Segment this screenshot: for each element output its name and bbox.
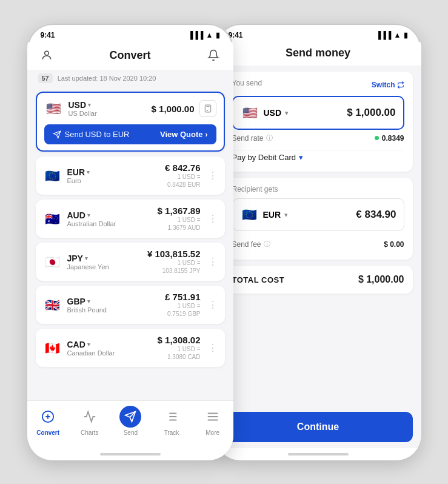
amount-usd: $ 1,000.00 (152, 104, 195, 114)
send-rate-info-icon: ⓘ (266, 133, 273, 143)
convert-header: Convert (27, 42, 233, 70)
code-aud: AUD ▾ (67, 210, 116, 220)
rate-aud: 1 USD =1.3679 AUD (158, 216, 201, 232)
nav-track[interactable]: Track (161, 406, 182, 436)
nav-track-label: Track (164, 429, 179, 436)
pay-method-row[interactable]: Pay by Debit Card ▾ (232, 150, 404, 164)
code-eur: EUR ▾ (67, 167, 90, 177)
scene: 9:41 ▐▐▐ ▲ ▮ Convert (0, 0, 448, 484)
more-dots-eur[interactable]: ⋮ (206, 170, 218, 181)
wifi-icon: ▲ (206, 31, 213, 39)
time-left: 9:41 (41, 31, 55, 39)
total-cost-label: TOTAL COST (232, 275, 285, 284)
rate-gbp: 1 USD =0.7519 GBP (165, 302, 200, 318)
calculator-icon[interactable] (199, 100, 216, 117)
send-fee-info-icon: ⓘ (264, 240, 270, 249)
send-screen: Send money You send Switch (215, 42, 421, 460)
send-header: Send money (215, 42, 421, 66)
flag-aud: 🇦🇺 (43, 209, 62, 229)
amount-gbp: £ 751.91 (165, 292, 200, 302)
convert-screen: Convert 57 Last updated: 18 Nov 2020 10:… (27, 42, 233, 460)
recipient-amount: € 834.90 (356, 209, 396, 221)
you-send-label: You send (232, 79, 262, 87)
send-currency-code: USD (264, 108, 282, 118)
code-usd: USD ▾ (69, 100, 97, 110)
recipient-label: Recipient gets (232, 185, 404, 193)
signal-icon-right: ▐▐▐ (376, 31, 392, 39)
send-quote-button[interactable]: Send USD to EUR View Quote › (44, 124, 216, 144)
switch-button[interactable]: Switch (372, 81, 404, 89)
send-label: Send USD to EUR (65, 130, 130, 139)
signal-icons-right: ▐▐▐ ▲ ▮ (376, 31, 407, 39)
amount-aud: $ 1,367.89 (158, 206, 201, 216)
continue-button[interactable]: Continue (224, 412, 413, 442)
rate-indicator-dot (375, 136, 379, 140)
recipient-input-row[interactable]: 🇪🇺 EUR ▾ € 834.90 (232, 198, 404, 231)
nav-charts[interactable]: Charts (79, 406, 101, 436)
more-dots-cad[interactable]: ⋮ (206, 342, 218, 354)
home-indicator-left (27, 448, 233, 460)
nav-send-label: Send (124, 429, 138, 436)
bell-icon-btn[interactable] (205, 47, 222, 64)
nav-send[interactable]: Send (119, 406, 141, 436)
nav-convert[interactable]: Convert (36, 406, 59, 436)
pay-method-caret: ▾ (299, 153, 303, 162)
name-eur: Euro (67, 177, 90, 184)
convert-page-title: Convert (109, 49, 150, 62)
nav-more-label: More (206, 429, 219, 436)
flag-eur: 🇪🇺 (43, 166, 62, 186)
rate-cad: 1 USD =1.3080 CAD (158, 345, 201, 361)
send-rate-value: 0.8349 (382, 134, 404, 143)
send-fee-label: Send fee (232, 240, 261, 249)
battery-icon-right: ▮ (404, 31, 408, 39)
more-dots-gbp[interactable]: ⋮ (206, 299, 218, 311)
code-gbp: GBP ▾ (67, 297, 107, 306)
nav-more[interactable]: More (202, 406, 224, 436)
more-dots-aud[interactable]: ⋮ (206, 213, 218, 224)
flag-jpy: 🇯🇵 (43, 252, 62, 272)
wifi-icon-right: ▲ (394, 31, 401, 39)
user-icon-btn[interactable] (38, 47, 55, 64)
status-bar-left: 9:41 ▐▐▐ ▲ ▮ (27, 24, 233, 42)
nav-charts-label: Charts (81, 429, 98, 436)
flag-gbp: 🇬🇧 (43, 295, 62, 315)
recipient-currency-selector[interactable]: 🇪🇺 EUR ▾ (240, 205, 289, 224)
home-indicator-right (215, 448, 421, 460)
you-send-input-row[interactable]: 🇺🇸 USD ▾ $ 1,000.00 (232, 96, 404, 130)
currency-card-usd[interactable]: 🇺🇸 USD ▾ US Dollar $ 1,000.00 (36, 92, 225, 152)
amount-eur: € 842.76 (165, 163, 200, 173)
currency-card-cad[interactable]: 🇨🇦 CAD ▾ Canadian Dollar (36, 329, 225, 367)
battery-icon: ▮ (216, 31, 220, 39)
signal-icon: ▐▐▐ (188, 31, 204, 39)
send-currency-selector[interactable]: 🇺🇸 USD ▾ (241, 103, 289, 123)
send-amount: $ 1,000.00 (347, 107, 395, 119)
amount-jpy: ¥ 103,815.52 (147, 249, 201, 259)
you-send-section: You send Switch 🇺🇸 USD ▾ (224, 72, 413, 172)
currency-card-eur[interactable]: 🇪🇺 EUR ▾ Euro € 842.76 (36, 156, 225, 195)
flag-cad: 🇨🇦 (43, 338, 62, 358)
recipient-currency-code: EUR (263, 210, 281, 220)
recipient-flag: 🇪🇺 (240, 205, 259, 224)
bottom-nav-left: Convert Charts Sen (27, 400, 233, 448)
update-text: Last updated: 18 Nov 2020 10:20 (58, 75, 156, 82)
name-cad: Canadian Dollar (67, 349, 115, 357)
send-rate-label: Send rate (232, 134, 264, 143)
signal-icons-left: ▐▐▐ ▲ ▮ (188, 31, 219, 39)
currency-card-jpy[interactable]: 🇯🇵 JPY ▾ Japanese Yen ¥ 1 (36, 243, 225, 281)
name-aud: Australian Dollar (67, 220, 116, 227)
currency-card-gbp[interactable]: 🇬🇧 GBP ▾ British Pound £ (36, 286, 225, 324)
amount-cad: $ 1,308.02 (158, 335, 201, 345)
view-quote-label: View Quote › (160, 130, 208, 139)
last-updated-bar: 57 Last updated: 18 Nov 2020 10:20 (27, 70, 233, 87)
update-badge: 57 (38, 73, 53, 83)
send-content: You send Switch 🇺🇸 USD ▾ (215, 66, 421, 448)
status-bar-right: 9:41 ▐▐▐ ▲ ▮ (215, 24, 421, 42)
currency-card-aud[interactable]: 🇦🇺 AUD ▾ Australian Dollar (36, 200, 225, 238)
recipient-section: Recipient gets 🇪🇺 EUR ▾ € 834.90 Send fe… (224, 178, 413, 260)
convert-phone: 9:41 ▐▐▐ ▲ ▮ Convert (27, 24, 233, 460)
send-page-title: Send money (286, 47, 350, 59)
svg-point-0 (44, 51, 48, 55)
flag-usd: 🇺🇸 (44, 99, 64, 118)
code-jpy: JPY ▾ (67, 254, 109, 263)
more-dots-jpy[interactable]: ⋮ (206, 256, 218, 267)
